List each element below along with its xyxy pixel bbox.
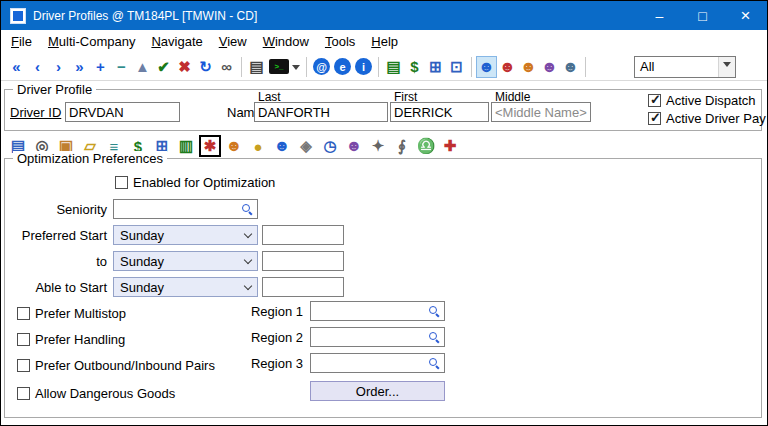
menu-view[interactable]: View [211,31,255,52]
region-2-field[interactable] [310,327,445,347]
region-2-lookup-button[interactable] [425,329,443,345]
able-to-start-select[interactable]: Sunday [113,277,258,297]
order-button[interactable]: Order... [310,381,445,401]
last-name-field[interactable] [254,102,388,122]
chevron-down-icon [244,281,252,289]
tools-tab-icon[interactable]: ✦ [367,135,389,157]
middle-name-field[interactable] [491,102,591,122]
driver-id-label[interactable]: Driver ID [10,105,61,120]
globe-icon[interactable]: e [334,58,351,75]
add-record-icon[interactable]: + [90,56,111,78]
preferred-end-select[interactable]: Sunday [113,251,258,271]
region-1-lookup-button[interactable] [425,303,443,319]
last-record-icon[interactable]: » [69,56,90,78]
checkbox-box [648,112,661,125]
active-dispatch-checkbox[interactable]: Active Dispatch [648,93,756,108]
info-icon[interactable]: i [355,58,372,75]
prefer-outbound-inbound-checkbox[interactable]: Prefer Outbound/Inbound Pairs [17,358,215,373]
next-record-icon[interactable]: › [48,56,69,78]
book-tab-icon[interactable]: ▥ [175,135,197,157]
checkbox-label: Active Dispatch [666,93,756,108]
magnifier-icon [429,358,440,369]
magnifier-icon [242,204,253,215]
seniority-field[interactable] [113,199,258,219]
find-person-icon[interactable]: ☻ [560,56,581,78]
contact-icon[interactable]: ☻ [518,56,539,78]
app-icon [10,8,26,24]
cash-icon[interactable]: $ [404,56,425,78]
allow-dangerous-goods-checkbox[interactable]: Allow Dangerous Goods [17,386,175,401]
region-2-label: Region 2 [233,330,303,345]
able-to-start-label: Able to Start [5,280,107,295]
region-3-lookup-button[interactable] [425,355,443,371]
region-3-label: Region 3 [233,356,303,371]
region-1-field[interactable] [310,301,445,321]
preferred-end-time-field[interactable] [262,251,344,271]
print-icon[interactable]: ▤ [246,56,267,78]
save-icon[interactable]: ✔ [153,56,174,78]
previous-record-icon[interactable]: ‹ [27,56,48,78]
chevron-down-icon [292,65,300,74]
refresh-icon[interactable]: ↻ [195,56,216,78]
optimization-preferences-group: Optimization Preferences Enabled for Opt… [4,158,762,418]
scale-tab-icon[interactable]: ♎ [415,135,437,157]
minimize-button[interactable]: – [638,1,681,30]
checkbox-box [17,333,30,346]
lock-tab-icon[interactable]: ◈ [295,135,317,157]
clock-tab-icon[interactable]: ◷ [319,135,341,157]
chevron-down-icon [244,255,252,263]
dropdown-arrow-button[interactable] [718,57,735,77]
prefer-handling-checkbox[interactable]: Prefer Handling [17,332,125,347]
grid-icon[interactable]: ⊞ [425,56,446,78]
menu-window[interactable]: Window [255,31,317,52]
checkbox-label: Enabled for Optimization [133,175,275,190]
active-driver-pay-checkbox[interactable]: Active Driver Pay [648,111,766,126]
chevron-down-icon [723,62,731,71]
delete-record-icon[interactable]: − [111,56,132,78]
people-tab-icon[interactable]: ☻ [343,135,365,157]
cancel-icon[interactable]: ✖ [174,56,195,78]
filter-dropdown[interactable]: All [634,56,736,78]
driver-icon[interactable]: ☻ [476,56,497,78]
coins-tab-icon[interactable]: ● [247,135,269,157]
preferred-end-value: Sunday [120,254,164,269]
able-to-start-time-field[interactable] [262,277,344,297]
preview-icon[interactable]: ∞ [216,56,237,78]
enabled-for-optimization-checkbox[interactable]: Enabled for Optimization [115,175,275,190]
filter-value: All [635,59,718,74]
web-icon[interactable]: @ [313,58,330,75]
first-record-icon[interactable]: « [6,56,27,78]
paperclip-tab-icon[interactable]: ∮ [391,135,413,157]
menu-help[interactable]: Help [363,31,406,52]
preferred-start-time-field[interactable] [262,225,344,245]
title-bar[interactable]: Driver Profiles @ TM184PL [TMWIN - CD] –… [1,1,767,30]
users-icon[interactable]: ☻ [539,56,560,78]
ledger-icon[interactable]: ▤ [383,56,404,78]
menu-multi-company[interactable]: Multi-Company [40,31,143,52]
region-3-field[interactable] [310,353,445,373]
close-button[interactable]: × [724,1,767,30]
toolbar-separator [585,57,586,77]
contact-tab-icon[interactable]: ☻ [223,135,245,157]
preferred-start-select[interactable]: Sunday [113,225,258,245]
collapse-icon[interactable]: ▲ [132,56,153,78]
seniority-lookup-button[interactable] [238,201,256,217]
optimization-tab-icon[interactable]: ✱ [199,135,221,157]
menu-navigate[interactable]: Navigate [143,31,210,52]
first-name-field[interactable] [390,102,489,122]
checkbox-label: Prefer Handling [35,332,125,347]
preferred-start-label: Preferred Start [5,228,107,243]
console-button[interactable]: >_ [269,59,300,74]
carrier-icon[interactable]: ☻ [497,56,518,78]
chevron-down-icon [244,229,252,237]
menu-file[interactable]: File [3,31,40,52]
window-form-icon[interactable]: ⊡ [446,56,467,78]
toolbar-separator [241,57,242,77]
medical-tab-icon[interactable]: ✚ [439,135,461,157]
maximize-button[interactable]: □ [681,1,724,30]
menu-tools[interactable]: Tools [317,31,363,52]
prefer-multistop-checkbox[interactable]: Prefer Multistop [17,306,126,321]
person-tab-icon[interactable]: ☻ [271,135,293,157]
driver-id-field[interactable] [65,102,180,122]
preferred-start-value: Sunday [120,228,164,243]
